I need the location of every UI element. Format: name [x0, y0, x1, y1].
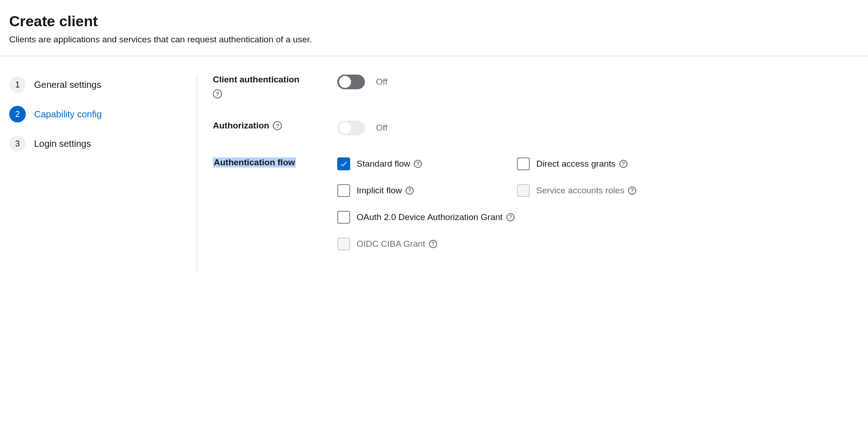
help-icon[interactable]: ? — [628, 186, 636, 195]
help-icon[interactable]: ? — [213, 89, 222, 99]
checkbox-input[interactable] — [337, 157, 350, 170]
checkbox-label: Standard flow — [357, 159, 410, 169]
page-title: Create client — [9, 13, 859, 30]
wizard-step-label: General settings — [34, 80, 101, 90]
help-icon[interactable]: ? — [273, 121, 282, 130]
checkbox-input — [337, 238, 350, 250]
checkbox-label: Implicit flow — [357, 186, 402, 196]
checkbox-label: Service accounts roles — [536, 186, 624, 196]
wizard-steps: 1 General settings 2 Capability config 3… — [9, 75, 197, 273]
client-authentication-label: Client authentication — [213, 75, 299, 85]
checkbox-implicit-flow[interactable]: Implicit flow ? — [337, 184, 512, 197]
authorization-switch — [337, 121, 365, 135]
page-subtitle: Clients are applications and services th… — [9, 35, 859, 45]
checkbox-oidc-ciba-grant: OIDC CIBA Grant ? — [337, 238, 859, 250]
wizard-step-number: 1 — [9, 76, 26, 93]
checkbox-direct-access-grants[interactable]: Direct access grants ? — [517, 157, 859, 170]
checkbox-input — [517, 184, 530, 197]
wizard-step-login-settings[interactable]: 3 Login settings — [9, 135, 188, 152]
wizard-step-label: Capability config — [34, 109, 102, 120]
switch-state-label: Off — [376, 77, 387, 87]
checkbox-service-accounts-roles: Service accounts roles ? — [517, 184, 859, 197]
checkbox-input[interactable] — [337, 211, 350, 224]
checkbox-label: OIDC CIBA Grant — [357, 239, 425, 249]
wizard-step-general-settings[interactable]: 1 General settings — [9, 76, 188, 93]
help-icon[interactable]: ? — [414, 160, 422, 168]
authorization-label: Authorization ? — [213, 121, 282, 131]
checkbox-label: OAuth 2.0 Device Authorization Grant — [357, 212, 503, 222]
wizard-step-label: Login settings — [34, 139, 91, 149]
authentication-flow-label: Authentication flow — [213, 157, 296, 168]
wizard-step-number: 3 — [9, 135, 26, 152]
help-icon[interactable]: ? — [405, 186, 414, 195]
checkbox-input[interactable] — [337, 184, 350, 197]
help-icon[interactable]: ? — [429, 240, 437, 248]
checkbox-oauth-device-grant[interactable]: OAuth 2.0 Device Authorization Grant ? — [337, 211, 859, 224]
help-icon[interactable]: ? — [506, 213, 515, 221]
checkbox-input[interactable] — [517, 157, 530, 170]
help-icon[interactable]: ? — [619, 160, 628, 168]
checkbox-label: Direct access grants — [536, 159, 616, 169]
wizard-step-capability-config[interactable]: 2 Capability config — [9, 106, 188, 122]
client-authentication-switch[interactable] — [337, 75, 365, 89]
check-icon — [340, 160, 348, 168]
label-text: Client authentication — [213, 75, 299, 85]
wizard-step-number: 2 — [9, 106, 26, 122]
label-text: Authorization — [213, 121, 269, 131]
checkbox-standard-flow[interactable]: Standard flow ? — [337, 157, 512, 170]
switch-state-label: Off — [376, 123, 387, 133]
